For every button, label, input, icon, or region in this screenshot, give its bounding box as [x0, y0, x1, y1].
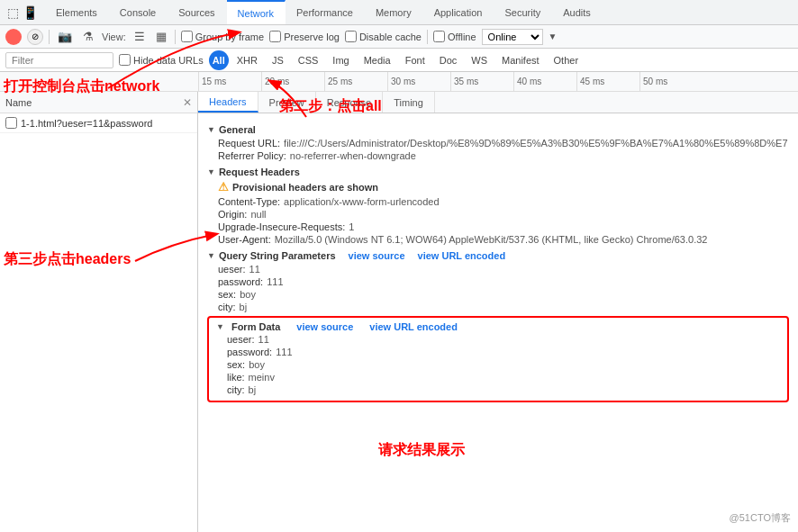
filter-input[interactable] [5, 52, 113, 68]
filter-tag-font[interactable]: Font [399, 53, 431, 68]
main-area: Name ✕ 1-1.html?ueser=11&password Header… [0, 92, 798, 532]
request-url-val: file:///C:/Users/Administrator/Desktop/%… [284, 138, 787, 149]
request-headers-title: Request Headers [207, 167, 789, 177]
filter-tag-img[interactable]: Img [326, 53, 355, 68]
timeline-mark-40: 40 ms [513, 72, 576, 91]
timeline-mark-45: 45 ms [576, 72, 639, 91]
q-ueser-val: 11 [249, 264, 260, 275]
query-params-title: Query String Parameters view source view… [207, 250, 789, 261]
tab-preview[interactable]: Preview [258, 92, 316, 113]
mobile-icon[interactable]: 📱 [23, 5, 38, 20]
form-view-encoded-link[interactable]: view URL encoded [369, 321, 458, 332]
f-city-val: bj [249, 384, 257, 395]
tab-audits[interactable]: Audits [552, 0, 603, 24]
query-view-encoded-link[interactable]: view URL encoded [418, 250, 506, 261]
timeline-mark-15: 15 ms [198, 72, 261, 91]
f-password-key: password: [227, 347, 272, 357]
tab-response[interactable]: Response [316, 92, 384, 113]
q-password-row: password: 111 [207, 276, 789, 287]
filter-type-tags: All XHR JS CSS Img Media Font Doc WS Man… [209, 50, 585, 70]
left-panel: Name ✕ 1-1.html?ueser=11&password [0, 92, 198, 532]
item-checkbox[interactable] [5, 117, 17, 129]
form-data-header: Form Data view source view URL encoded [216, 321, 780, 332]
network-request-item[interactable]: 1-1.html?ueser=11&password [0, 113, 197, 133]
timeline-mark-50: 50 ms [639, 72, 703, 91]
f-city-key: city: [227, 384, 245, 395]
tab-headers[interactable]: Headers [198, 92, 258, 113]
inspect-icon[interactable]: ⬚ [7, 5, 19, 20]
tab-timing[interactable]: Timing [383, 92, 435, 113]
q-city-val: bj [240, 302, 248, 312]
user-agent-key: User-Agent: [218, 234, 271, 245]
preserve-log-checkbox[interactable]: Preserve log [269, 31, 340, 42]
tab-application[interactable]: Application [423, 0, 494, 24]
q-sex-key: sex: [218, 289, 236, 300]
q-city-row: city: bj [207, 302, 789, 312]
filter-tag-css[interactable]: CSS [292, 53, 325, 68]
f-sex-row: sex: boy [216, 359, 780, 370]
tab-security[interactable]: Security [494, 0, 552, 24]
throttle-select[interactable]: Online Slow 3G Fast 3G Offline [482, 29, 543, 45]
tab-sources[interactable]: Sources [168, 0, 226, 24]
f-ueser-row: ueser: 11 [216, 334, 780, 345]
headers-content: General Request URL: file:///C:/Users/Ad… [198, 113, 798, 532]
view-list-button[interactable]: ☰ [131, 29, 148, 44]
record-stop-button[interactable] [5, 29, 22, 45]
tab-console[interactable]: Console [109, 0, 168, 24]
close-details-button[interactable]: ✕ [183, 96, 192, 109]
hide-data-urls-checkbox[interactable]: Hide data URLs [119, 54, 204, 66]
q-password-val: 111 [267, 276, 283, 287]
form-view-source-link[interactable]: view source [296, 321, 353, 332]
q-password-key: password: [218, 276, 263, 287]
tab-memory[interactable]: Memory [365, 0, 423, 24]
timeline-mark-20: 20 ms [261, 72, 324, 91]
disable-cache-checkbox[interactable]: Disable cache [345, 31, 422, 42]
tab-network[interactable]: Network [227, 0, 286, 24]
clear-button[interactable]: ⊘ [27, 29, 43, 45]
filter-tag-xhr[interactable]: XHR [231, 53, 264, 68]
q-sex-row: sex: boy [207, 289, 789, 300]
f-sex-key: sex: [227, 359, 245, 370]
filter-tag-ws[interactable]: WS [465, 53, 494, 68]
content-type-key: Content-Type: [218, 196, 280, 207]
timeline-mark-25: 25 ms [324, 72, 387, 91]
origin-key: Origin: [218, 209, 247, 220]
group-by-frame-checkbox[interactable]: Group by frame [181, 31, 264, 42]
devtools-icons: ⬚ 📱 [0, 5, 45, 20]
q-ueser-key: ueser: [218, 264, 246, 275]
referrer-policy-key: Referrer Policy: [218, 150, 286, 161]
tab-elements[interactable]: Elements [45, 0, 109, 24]
form-data-section: Form Data view source view URL encoded u… [207, 316, 789, 402]
f-password-row: password: 111 [216, 347, 780, 357]
query-view-source-link[interactable]: view source [349, 250, 405, 261]
origin-row: Origin: null [207, 209, 789, 220]
filter-tag-js[interactable]: JS [266, 53, 290, 68]
timeline-mark-30: 30 ms [387, 72, 450, 91]
network-toolbar: ⊘ 📷 ⚗ View: ☰ ▦ Group by frame Preserve … [0, 25, 798, 49]
q-ueser-row: ueser: 11 [207, 264, 789, 275]
toolbar-divider3 [427, 30, 428, 44]
tab-performance[interactable]: Performance [286, 0, 365, 24]
f-like-key: like: [227, 372, 245, 383]
provisional-warning: ⚠ Provisional headers are shown [207, 180, 789, 194]
content-type-row: Content-Type: application/x-www-form-url… [207, 196, 789, 207]
filter-tag-media[interactable]: Media [358, 53, 397, 68]
capture-screenshot-button[interactable]: 📷 [55, 29, 75, 44]
offline-checkbox[interactable]: Offline [433, 31, 476, 42]
request-url-key: Request URL: [218, 138, 280, 149]
view-label: View: [102, 32, 126, 42]
filter-tag-manifest[interactable]: Manifest [495, 53, 546, 68]
filter-tag-all[interactable]: All [209, 50, 229, 70]
f-password-val: 111 [276, 347, 292, 357]
filter-button[interactable]: ⚗ [80, 29, 96, 44]
filter-tag-doc[interactable]: Doc [433, 53, 464, 68]
q-city-key: city: [218, 302, 236, 312]
f-like-row: like: meinv [216, 372, 780, 383]
right-panel: Headers Preview Response Timing General [198, 92, 798, 532]
view-large-button[interactable]: ▦ [153, 29, 169, 44]
filter-tag-other[interactable]: Other [548, 53, 585, 68]
toolbar-divider [49, 30, 50, 44]
user-agent-val: Mozilla/5.0 (Windows NT 6.1; WOW64) Appl… [275, 234, 708, 245]
general-section-title: General [207, 124, 789, 135]
timeline-bar: 15 ms 20 ms 25 ms 30 ms 35 ms 40 ms 45 m… [0, 72, 798, 92]
